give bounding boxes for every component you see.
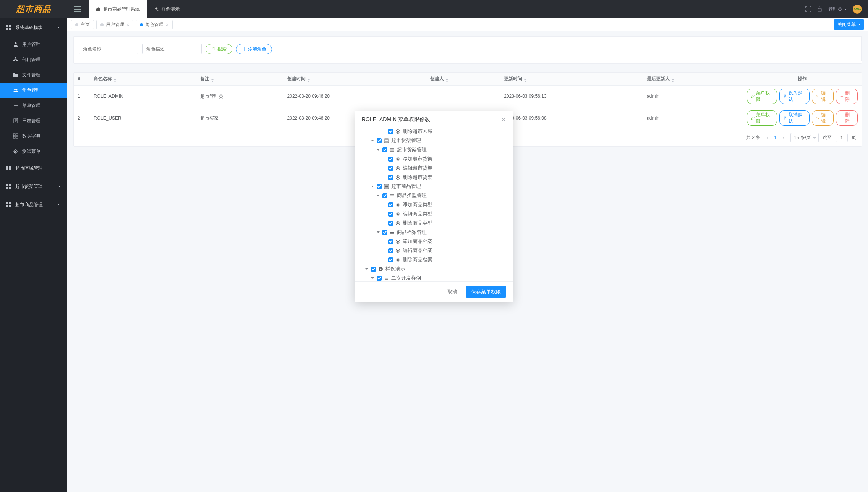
tree-node[interactable]: 删除商品档案 xyxy=(358,255,510,264)
tree-checkbox[interactable] xyxy=(377,138,382,143)
tree-checkbox[interactable] xyxy=(377,276,382,281)
tree-checkbox[interactable] xyxy=(388,157,393,162)
modal-cancel-button[interactable]: 取消 xyxy=(443,286,462,298)
tree-checkbox[interactable] xyxy=(388,175,393,180)
tree-caret[interactable] xyxy=(376,149,380,151)
edit-button[interactable]: 编辑 xyxy=(812,110,834,126)
tree-checkbox[interactable] xyxy=(388,239,393,244)
tree-caret[interactable] xyxy=(371,140,374,141)
tree-caret[interactable] xyxy=(376,195,380,196)
tree-checkbox[interactable] xyxy=(382,147,387,152)
tree-caret[interactable] xyxy=(371,277,374,279)
table-header-cell[interactable]: # xyxy=(74,73,90,86)
lock-icon[interactable] xyxy=(817,6,823,12)
close-tabs-menu[interactable]: 关闭菜单 xyxy=(834,19,864,30)
tab-close-button[interactable]: × xyxy=(166,22,168,28)
tab[interactable]: 主页 xyxy=(71,20,94,29)
default-toggle-button[interactable]: 设为默认 xyxy=(779,89,810,104)
topnav-item[interactable]: 样例演示 xyxy=(147,0,186,18)
table-header-cell[interactable]: 更新时间 xyxy=(500,73,643,86)
tree-checkbox[interactable] xyxy=(388,257,393,262)
sidebar-item[interactable]: 测试菜单 xyxy=(0,144,67,159)
tree-caret[interactable] xyxy=(365,268,369,270)
tree-checkbox[interactable] xyxy=(382,193,387,198)
tree-node[interactable]: 二次开发样例 xyxy=(358,274,510,281)
tree-node[interactable]: 删除超市货架 xyxy=(358,173,510,182)
sidebar-item[interactable]: 日志管理 xyxy=(0,113,67,128)
table-header-cell[interactable]: 创建人 xyxy=(426,73,500,86)
tree-node[interactable]: 商品类型管理 xyxy=(358,191,510,200)
tree-caret[interactable] xyxy=(376,231,380,233)
delete-button[interactable]: 删除 xyxy=(836,110,858,126)
table-header-cell[interactable]: 最后更新人 xyxy=(643,73,743,86)
tree-node[interactable]: 删除超市区域 xyxy=(358,128,510,136)
tree-checkbox[interactable] xyxy=(388,202,393,207)
cell-idx: 2 xyxy=(74,107,90,129)
tree-node[interactable]: 编辑商品档案 xyxy=(358,246,510,255)
sidebar-item[interactable]: 部门管理 xyxy=(0,52,67,67)
tree-checkbox[interactable] xyxy=(388,221,393,226)
table-header-cell[interactable]: 创建时间 xyxy=(283,73,426,86)
avatar[interactable]: JAVA xyxy=(853,5,862,14)
edit-button[interactable]: 编辑 xyxy=(812,89,834,104)
permission-tree[interactable]: 删除超市区域超市货架管理超市货架管理添加超市货架编辑超市货架删除超市货架超市商品… xyxy=(355,128,513,281)
fullscreen-icon[interactable] xyxy=(805,6,811,12)
tree-node[interactable]: 添加超市货架 xyxy=(358,154,510,163)
tree-node[interactable]: 添加商品档案 xyxy=(358,237,510,246)
pager-current[interactable]: 1 xyxy=(774,135,777,141)
perm-button[interactable]: 菜单权限 xyxy=(747,110,777,126)
sidebar-group-head[interactable]: 系统基础模块 xyxy=(0,18,67,37)
role-name-input[interactable] xyxy=(79,44,138,54)
tab[interactable]: 用户管理× xyxy=(96,20,133,29)
tree-checkbox[interactable] xyxy=(371,267,376,272)
perm-button[interactable]: 菜单权限 xyxy=(747,89,777,104)
modal-save-button[interactable]: 保存菜单权限 xyxy=(466,286,506,298)
tree-checkbox[interactable] xyxy=(388,212,393,217)
tree-node[interactable]: 添加商品类型 xyxy=(358,200,510,209)
tree-node[interactable]: 样例演示 xyxy=(358,264,510,274)
tree-node[interactable]: 编辑超市货架 xyxy=(358,163,510,173)
sidebar-group-head[interactable]: 超市商品管理 xyxy=(0,196,67,214)
search-button[interactable]: 搜索 xyxy=(206,44,232,54)
sidebar-item[interactable]: 菜单管理 xyxy=(0,98,67,113)
topnav-item[interactable]: 超市商品管理系统 xyxy=(89,0,147,18)
tree-label: 删除商品类型 xyxy=(403,220,432,227)
sidebar-item[interactable]: 用户管理 xyxy=(0,37,67,52)
tree-node[interactable]: 超市货架管理 xyxy=(358,145,510,154)
add-role-button[interactable]: 添加角色 xyxy=(236,44,272,54)
sidebar-group-head[interactable]: 超市区域管理 xyxy=(0,159,67,177)
tree-node[interactable]: 商品档案管理 xyxy=(358,228,510,237)
delete-button[interactable]: 删除 xyxy=(836,89,858,104)
tree-node[interactable]: 删除商品类型 xyxy=(358,218,510,228)
tab[interactable]: 角色管理× xyxy=(136,20,173,29)
pager-prev[interactable]: ‹ xyxy=(764,134,770,141)
tree-checkbox[interactable] xyxy=(377,184,382,189)
tree-caret[interactable] xyxy=(371,186,374,187)
chevron-down-icon xyxy=(844,8,847,11)
pager-next[interactable]: › xyxy=(781,134,787,141)
sidebar-toggle[interactable] xyxy=(67,0,89,18)
tree-checkbox[interactable] xyxy=(382,230,387,235)
role-desc-input[interactable] xyxy=(142,44,202,54)
tree-checkbox[interactable] xyxy=(388,166,393,171)
default-toggle-button[interactable]: 取消默认 xyxy=(779,110,810,126)
topnav-label: 超市商品管理系统 xyxy=(103,6,140,13)
sidebar-item[interactable]: 文件管理 xyxy=(0,67,67,83)
sidebar-item[interactable]: 角色管理 xyxy=(0,83,67,98)
tree-checkbox[interactable] xyxy=(388,248,393,253)
pager-size-select[interactable]: 15 条/页 xyxy=(790,133,819,142)
pager-jump-input[interactable] xyxy=(836,134,848,142)
tree-checkbox[interactable] xyxy=(388,129,393,134)
sidebar-item[interactable]: 数据字典 xyxy=(0,128,67,144)
user-menu[interactable]: 管理员 xyxy=(828,6,847,13)
tree-label: 编辑商品档案 xyxy=(403,247,432,254)
tree-node[interactable]: 超市货架管理 xyxy=(358,136,510,145)
table-header-cell[interactable]: 操作 xyxy=(743,73,862,86)
table-header-cell[interactable]: 备注 xyxy=(196,73,283,86)
modal-close-button[interactable] xyxy=(501,117,506,122)
table-header-cell[interactable]: 角色名称 xyxy=(90,73,196,86)
sidebar-group-head[interactable]: 超市货架管理 xyxy=(0,177,67,196)
tree-node[interactable]: 编辑商品类型 xyxy=(358,209,510,218)
tab-close-button[interactable]: × xyxy=(126,22,129,28)
tree-node[interactable]: 超市商品管理 xyxy=(358,182,510,191)
